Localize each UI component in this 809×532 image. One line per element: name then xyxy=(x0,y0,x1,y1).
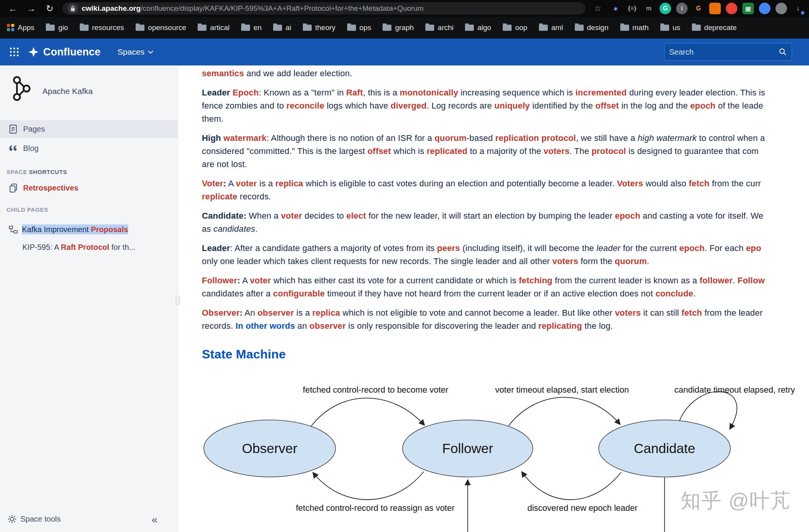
bookmark-folder[interactable]: design xyxy=(575,23,609,32)
text-segment: records. xyxy=(237,192,271,201)
bookmark-folder[interactable]: en xyxy=(241,23,262,32)
bookmark-folder[interactable]: oop xyxy=(503,23,527,32)
highlighted-term: epo xyxy=(746,243,761,253)
highlighted-term: voters xyxy=(552,256,578,266)
space-name[interactable]: Apache Kafka xyxy=(42,87,93,96)
text-segment: : xyxy=(240,308,243,318)
text-segment: : xyxy=(223,179,227,188)
bookmark-folder[interactable]: gio xyxy=(46,23,68,32)
sidebar-item-pages[interactable]: Pages xyxy=(0,120,178,138)
folder-icon xyxy=(425,25,434,31)
site-info-lock-icon[interactable] xyxy=(68,3,78,13)
sidebar-collapse-button[interactable]: « xyxy=(151,514,158,525)
folder-icon xyxy=(241,25,250,31)
confluence-logo[interactable]: Confluence xyxy=(29,46,101,58)
bookmark-star-icon[interactable]: ☆ xyxy=(594,4,601,13)
paragraph: Follower: A voter which has either cast … xyxy=(202,274,809,300)
inline-link[interactable]: In other words xyxy=(235,321,295,331)
search-icon[interactable] xyxy=(779,48,787,56)
edge-label-retry: candidate timeout elapsed, retry xyxy=(674,385,795,395)
address-bar[interactable]: cwiki.apache.org/confluence/display/KAFK… xyxy=(62,2,586,15)
edge-label-start-election: voter timeout elapsed, start election xyxy=(495,385,629,395)
sidebar-resize-handle[interactable] xyxy=(176,296,180,305)
text-segment: which is eligible to cast votes during a… xyxy=(303,179,617,188)
highlighted-term: voters xyxy=(544,146,569,156)
sidebar-item-blog[interactable]: Blog xyxy=(0,139,178,157)
bookmark-folder[interactable]: ai xyxy=(273,23,291,32)
bookmark-label: aml xyxy=(551,23,563,32)
orange-square-extension-icon[interactable] xyxy=(709,3,721,14)
bookmark-folder[interactable]: ops xyxy=(347,23,371,32)
edge-candidate-to-follower xyxy=(522,472,621,500)
text-segment: Leader xyxy=(202,243,230,253)
text-segment: the log. xyxy=(582,321,613,331)
highlighted-term: Voters xyxy=(617,179,643,188)
lightbulb-extension-icon[interactable]: i xyxy=(676,3,688,14)
sidebar-item-kafka-improvement-proposals[interactable]: Kafka Improvement Proposals xyxy=(0,221,178,238)
bookmark-folder[interactable]: aml xyxy=(539,23,563,32)
sidebar-item-retrospectives[interactable]: Retrospectives xyxy=(0,179,178,196)
apps-shortcut[interactable]: Apps xyxy=(7,23,34,32)
page-icon xyxy=(7,124,19,134)
green-table-extension-icon[interactable]: ▦ xyxy=(742,3,754,14)
orange-g-extension-icon[interactable]: G xyxy=(693,3,704,14)
bookmark-folder[interactable]: algo xyxy=(465,23,491,32)
text-segment: : Known as a "term" in xyxy=(259,88,346,97)
bookmark-folder[interactable]: opensource xyxy=(136,23,186,32)
spaces-menu[interactable]: Spaces xyxy=(117,47,153,57)
highlighted-term: diverged xyxy=(391,101,426,110)
text-line: as candidates. xyxy=(202,223,809,236)
bookmark-folder[interactable]: math xyxy=(620,23,649,32)
bookmark-folder[interactable]: artical xyxy=(198,23,230,32)
text-segment: An xyxy=(243,308,258,318)
avatar-icon[interactable] xyxy=(775,3,787,14)
space-tools-button[interactable]: Space tools xyxy=(0,511,178,527)
search-input[interactable] xyxy=(669,48,779,57)
page-tree-icon xyxy=(7,225,19,234)
text-segment: . For each xyxy=(705,243,746,253)
bookmark-label: us xyxy=(673,23,680,32)
braces-extension-icon[interactable]: {≡} xyxy=(626,3,638,14)
highlighted-term: replicate xyxy=(202,192,237,201)
url-host: cwiki.apache.org xyxy=(82,4,141,12)
bookmark-folder[interactable]: theory xyxy=(303,23,336,32)
reload-icon[interactable]: ↻ xyxy=(44,3,55,14)
paragraph: Leader Epoch: Known as a "term" in Raft,… xyxy=(202,86,809,125)
text-line: Candidate: When a voter decides to elect… xyxy=(202,209,809,223)
section-heading: State Machine xyxy=(202,347,809,361)
quote-icon xyxy=(7,144,19,152)
bookmark-folder[interactable]: graph xyxy=(383,23,414,32)
text-segment: . Log records are xyxy=(426,101,494,110)
bookmark-folder[interactable]: us xyxy=(660,23,680,32)
text-line: them. xyxy=(202,112,809,125)
highlighted-term: watermark xyxy=(223,133,267,143)
sidebar-item-kip-595[interactable]: KIP-595: A Raft Protocol for th... xyxy=(0,239,178,255)
bookmark-label: en xyxy=(253,23,262,32)
article: semantics and we add leader election.Lea… xyxy=(178,65,809,361)
asterisk-extension-icon[interactable]: ∗ xyxy=(610,3,621,14)
bookmark-folder[interactable]: deprecate xyxy=(692,23,737,32)
text-segment: is only responsible for discovering the … xyxy=(346,321,539,331)
text-line: records. In other words an observer is o… xyxy=(202,320,809,333)
grammarly-extension-icon[interactable]: G xyxy=(660,3,671,14)
sidebar-item-label: Blog xyxy=(23,144,39,153)
forward-icon[interactable]: → xyxy=(25,3,37,14)
folder-icon xyxy=(136,25,144,31)
text-segment: (including itself), it will become the xyxy=(460,243,596,253)
chevron-down-icon xyxy=(148,50,153,54)
blue-circle-extension-icon[interactable] xyxy=(759,3,770,14)
red-circle-extension-icon[interactable] xyxy=(726,3,737,14)
text-line: Observer: An observer is a replica which… xyxy=(202,306,809,320)
apache-kafka-logo xyxy=(10,75,32,103)
text-segment: , we still have a xyxy=(576,133,638,143)
text-segment: . xyxy=(693,289,696,298)
highlighted-term: semantics xyxy=(202,69,244,78)
text-line: Leader Epoch: Known as a "term" in Raft,… xyxy=(202,86,809,99)
app-switcher-icon[interactable] xyxy=(9,47,19,57)
bookmark-folder[interactable]: archi xyxy=(425,23,453,32)
back-icon[interactable]: ← xyxy=(7,3,18,14)
bookmark-folder[interactable]: resources xyxy=(80,23,124,32)
edge-observer-to-follower xyxy=(311,398,425,427)
m-extension-icon[interactable]: m xyxy=(643,3,655,14)
download-icon[interactable]: ↓ xyxy=(792,3,804,14)
